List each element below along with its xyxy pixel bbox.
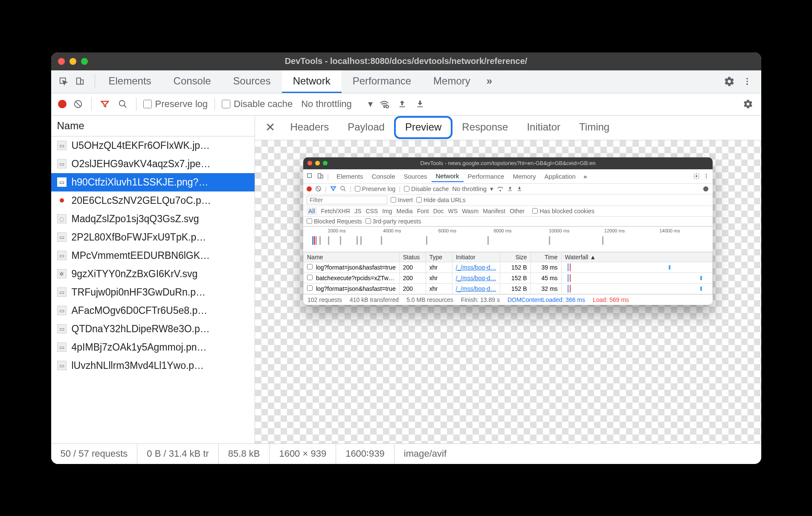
column-header: Type	[426, 252, 452, 262]
fullscreen-icon[interactable]	[81, 58, 88, 65]
svg-rect-1	[76, 78, 80, 84]
svg-point-5	[746, 84, 748, 85]
request-row[interactable]: ▭MPcVmmemtEEDURBN6lGK…	[51, 246, 255, 265]
request-row[interactable]: ▭4pIMBj7zOAk1y5Agmmoj.pn…	[51, 338, 255, 357]
subtab-initiator[interactable]: Initiator	[517, 117, 570, 139]
transfer-size: 0 B / 31.4 kB tr	[137, 444, 219, 464]
request-row[interactable]: ▭2P2L80XfBoFWJFxU9TpK.p…	[51, 228, 255, 246]
mime-type: image/avif	[394, 444, 456, 464]
clear-icon[interactable]	[72, 98, 84, 110]
svg-icon: ◌	[57, 214, 67, 223]
img-icon: ▭	[57, 159, 67, 168]
dom-content-loaded: DOMContentLoaded: 366 ms	[508, 296, 585, 303]
svg-line-7	[75, 101, 81, 107]
request-row[interactable]: ◌MadqZslZpo1sj3qQ3GsZ.svg	[51, 210, 255, 228]
request-row[interactable]: ▭O2slJEHG9avKV4aqzSx7.jpe…	[51, 155, 255, 173]
minimize-icon[interactable]	[70, 58, 76, 65]
load-event: Load: 569 ms	[593, 296, 629, 303]
svg-rect-16	[321, 175, 323, 178]
timeline-overview: 2000 ms4000 ms6000 ms8000 ms10000 ms1200…	[303, 226, 713, 252]
blocked-cookies-checkbox: Has blocked cookies	[532, 208, 594, 215]
type-filter: Img	[382, 208, 392, 215]
settings-icon[interactable]	[723, 75, 736, 88]
request-count: 102 requests	[307, 296, 342, 303]
svg-rect-2	[80, 80, 83, 84]
close-icon[interactable]	[58, 58, 65, 65]
resource-size: 85.8 kB	[219, 444, 270, 464]
request-name: MPcVmmemtEEDURBN6lGK…	[72, 250, 210, 261]
tab-memory[interactable]: Memory	[422, 70, 481, 93]
subtab-preview[interactable]: Preview	[394, 116, 452, 139]
search-icon	[340, 186, 346, 192]
close-detail-icon[interactable]: ✕	[259, 122, 281, 133]
preview-area: DevTools - news.google.com/topstories?hl…	[255, 140, 761, 444]
subtab-headers[interactable]: Headers	[281, 117, 339, 139]
request-list-panel: Name ▭U5OHzQL4tEKFr6OFIxWK.jp…▭O2slJEHG9…	[51, 116, 255, 444]
download-icon[interactable]	[414, 98, 426, 110]
request-name: O2slJEHG9avKV4aqzSx7.jpe…	[72, 158, 211, 170]
nested-tab-network: Network	[432, 171, 464, 182]
device-icon	[317, 173, 324, 180]
request-row[interactable]: ▭AFacMOgv6D0CFTr6U5e8.p…	[51, 301, 255, 320]
svg-point-19	[706, 176, 707, 177]
filter-input	[307, 196, 387, 204]
nested-tab-performance: Performance	[464, 171, 509, 182]
nested-status-bar: 102 requests 410 kB transferred 5.0 MB r…	[303, 294, 713, 305]
img-icon: ▭	[57, 287, 67, 297]
timeline-tick: 10000 ms	[549, 228, 569, 233]
request-row[interactable]: ▭QTDnaY32hLDipeRW8e3O.p…	[51, 320, 255, 338]
svg-rect-12	[399, 107, 405, 107]
close-icon	[307, 161, 312, 165]
detail-panel: ✕ HeadersPayloadPreviewResponseInitiator…	[255, 116, 761, 444]
subtab-timing[interactable]: Timing	[570, 117, 619, 139]
devtools-window: DevTools - localhost:8080/docs/devtools/…	[51, 52, 761, 464]
disable-cache-checkbox: Disable cache	[404, 186, 449, 192]
more-tabs[interactable]: »	[481, 70, 497, 93]
type-filter: Font	[417, 208, 429, 215]
type-filter: WS	[448, 208, 458, 215]
request-row[interactable]: ▭h90CtfziXluvh1LSSKJE.png?…	[51, 173, 255, 191]
svg-point-11	[386, 105, 389, 108]
search-icon[interactable]	[116, 98, 129, 110]
column-header: Status	[399, 252, 426, 262]
network-toolbar: Preserve log Disable cache No throttling…	[51, 93, 761, 116]
tab-network[interactable]: Network	[282, 70, 342, 93]
preserve-log-checkbox[interactable]: Preserve log	[143, 99, 208, 110]
upload-icon[interactable]	[396, 98, 409, 110]
type-filter: Doc	[433, 208, 444, 215]
tab-performance[interactable]: Performance	[342, 70, 422, 93]
third-party-checkbox: 3rd-party requests	[365, 218, 421, 225]
name-column-header[interactable]: Name	[51, 116, 255, 136]
request-name: 20E6CLcSzNV2GELQu7oC.p…	[72, 195, 211, 206]
inspect-icon[interactable]	[57, 75, 70, 88]
disable-cache-checkbox[interactable]: Disable cache	[222, 99, 293, 110]
subtab-response[interactable]: Response	[452, 117, 517, 139]
subtab-payload[interactable]: Payload	[338, 117, 394, 139]
filter-icon[interactable]	[99, 98, 111, 110]
network-conditions-icon[interactable]	[378, 98, 391, 110]
record-icon[interactable]	[58, 100, 67, 108]
more-icon[interactable]	[741, 75, 754, 88]
more-tabs: »	[583, 173, 587, 180]
tab-console[interactable]: Console	[162, 70, 222, 93]
request-row[interactable]: ▭U5OHzQL4tEKFr6OFIxWK.jp…	[51, 136, 255, 155]
gear-icon: ✲	[57, 269, 67, 278]
tab-sources[interactable]: Sources	[222, 70, 282, 93]
resources: 5.0 MB resources	[406, 296, 453, 303]
type-filter: Fetch/XHR	[321, 208, 350, 215]
request-row[interactable]: ✲9gzXiTYY0nZzBxGI6KrV.svg	[51, 265, 255, 283]
traffic-lights	[58, 58, 88, 65]
table-row: log?format=json&hasfast=true200xhr/_/mss…	[304, 283, 713, 294]
throttling-select[interactable]: No throttling	[301, 99, 352, 110]
tab-elements[interactable]: Elements	[98, 70, 162, 93]
request-row[interactable]: ▭lUvzhNLllrm3Mvd4Ll1Ywo.p…	[51, 357, 255, 375]
settings-icon[interactable]	[742, 98, 754, 110]
img-icon: ▭	[57, 251, 67, 260]
window-title: DevTools - localhost:8080/docs/devtools/…	[51, 56, 761, 66]
dropdown-icon[interactable]: ▾	[368, 99, 373, 110]
request-row[interactable]: 20E6CLcSzNV2GELQu7oC.p…	[51, 191, 255, 210]
aspect-ratio: 1600∶939	[336, 444, 394, 464]
request-row[interactable]: ▭TRFujw0pi0nHF3GwDuRn.p…	[51, 283, 255, 301]
device-icon[interactable]	[73, 75, 86, 88]
finish: Finish: 13.89 s	[461, 296, 500, 303]
